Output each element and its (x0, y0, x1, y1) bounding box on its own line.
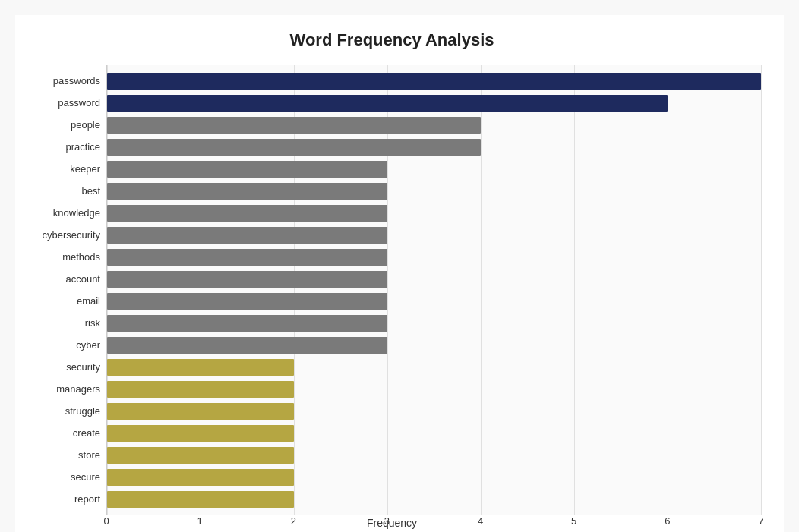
bar-fill (107, 315, 387, 332)
bar-row (107, 469, 761, 486)
bar-fill (107, 73, 761, 90)
y-label: report (74, 493, 100, 505)
bar-fill (107, 403, 294, 420)
bars-section: passwordspasswordpeoplepracticekeeperbes… (23, 65, 761, 515)
bar-row (107, 293, 761, 310)
y-label: store (78, 449, 100, 461)
bar-row (107, 447, 761, 464)
bar-fill (107, 337, 387, 354)
y-label: password (58, 97, 100, 109)
bar-row (107, 491, 761, 508)
bar-row (107, 271, 761, 288)
y-label: best (81, 185, 100, 197)
bar-row (107, 249, 761, 266)
y-label: struggle (65, 405, 100, 417)
bar-fill (107, 359, 294, 376)
bar-fill (107, 293, 387, 310)
y-label: email (77, 295, 100, 307)
bar-row (107, 315, 761, 332)
bar-fill (107, 469, 294, 486)
bar-fill (107, 249, 387, 266)
bar-fill (107, 491, 294, 508)
x-tick: 0 (103, 515, 109, 527)
bar-row (107, 337, 761, 354)
x-tick: 7 (758, 515, 763, 527)
bar-fill (107, 205, 387, 222)
x-tick: 6 (665, 515, 670, 527)
bar-fill (107, 183, 387, 200)
x-tick: 4 (478, 515, 483, 527)
y-label: keeper (70, 163, 100, 175)
bar-fill (107, 117, 481, 134)
y-label: risk (85, 317, 100, 329)
bar-row (107, 95, 761, 112)
chart-container: Word Frequency Analysis passwordspasswor… (15, 15, 784, 532)
bar-row (107, 403, 761, 420)
x-tick: 5 (571, 515, 576, 527)
bar-row (107, 183, 761, 200)
y-label: practice (65, 141, 100, 153)
bar-row (107, 139, 761, 156)
y-label: secure (71, 471, 100, 483)
bar-fill (107, 447, 294, 464)
grid-line (761, 65, 762, 515)
y-label: methods (62, 251, 100, 263)
bar-row (107, 117, 761, 134)
bar-row (107, 425, 761, 442)
y-label: cyber (76, 339, 100, 351)
bars-area (106, 65, 761, 515)
bar-fill (107, 425, 294, 442)
x-tick: 2 (291, 515, 296, 527)
y-label: knowledge (53, 207, 100, 219)
x-tick: 1 (197, 515, 203, 527)
bar-row (107, 227, 761, 244)
bar-fill (107, 381, 294, 398)
bar-row (107, 359, 761, 376)
y-label: passwords (53, 75, 100, 87)
x-tick: 3 (384, 515, 390, 527)
y-label: create (73, 427, 100, 439)
bar-fill (107, 95, 668, 112)
bar-fill (107, 227, 387, 244)
y-label: cybersecurity (42, 229, 100, 241)
bar-row (107, 161, 761, 178)
chart-title: Word Frequency Analysis (23, 30, 761, 50)
y-label: security (66, 361, 100, 373)
y-label: managers (56, 383, 100, 395)
bar-row (107, 381, 761, 398)
bar-fill (107, 139, 481, 156)
y-axis: passwordspasswordpeoplepracticekeeperbes… (23, 65, 106, 515)
y-label: people (71, 119, 100, 131)
bar-row (107, 73, 761, 90)
bar-fill (107, 271, 387, 288)
chart-area: passwordspasswordpeoplepracticekeeperbes… (23, 65, 761, 476)
x-axis-title: Frequency (23, 517, 761, 529)
bar-fill (107, 161, 387, 178)
bar-row (107, 205, 761, 222)
y-label: account (65, 273, 100, 285)
